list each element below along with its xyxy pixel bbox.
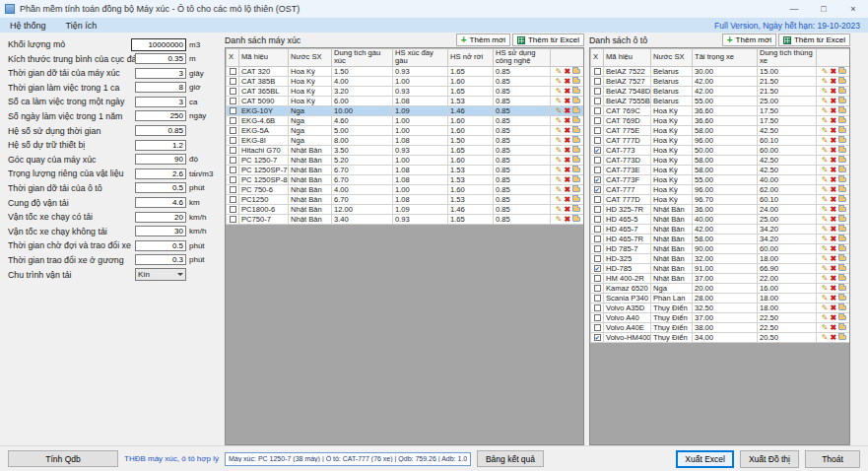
folder-icon[interactable]: [572, 177, 580, 182]
edit-icon[interactable]: ✎: [556, 116, 563, 125]
edit-icon[interactable]: ✎: [822, 284, 829, 293]
minimize-button[interactable]: —: [779, 0, 809, 18]
excavator-row[interactable]: CAT 5090Hoa Kỳ6.001.081.530.85✎ ✖: [227, 96, 585, 105]
edit-icon[interactable]: ✎: [556, 205, 563, 214]
folder-icon[interactable]: [838, 148, 846, 153]
delete-icon[interactable]: ✖: [565, 175, 571, 184]
edit-icon[interactable]: ✎: [822, 87, 829, 96]
row-checkbox[interactable]: [594, 216, 601, 223]
folder-icon[interactable]: [838, 177, 846, 182]
excavator-row[interactable]: EKG-5ANga5.001.001.600.85✎ ✖: [227, 125, 585, 135]
delete-icon[interactable]: ✖: [831, 175, 837, 184]
parameter-input[interactable]: [135, 154, 186, 165]
menu-tien-ich[interactable]: Tiện ích: [56, 18, 107, 33]
truck-row[interactable]: ✔Volvo-HM400Thụy Điển34.0020.50✎ ✖: [591, 332, 851, 342]
row-checkbox[interactable]: [230, 216, 236, 223]
excavator-row[interactable]: Hitachi G70Nhật Bản3.500.931.650.85✎ ✖: [227, 145, 585, 155]
edit-icon[interactable]: ✎: [822, 264, 829, 273]
delete-icon[interactable]: ✖: [565, 185, 571, 194]
delete-icon[interactable]: ✖: [831, 116, 837, 125]
excavator-add-button[interactable]: + Thêm mới: [456, 34, 510, 46]
folder-icon[interactable]: [838, 79, 846, 84]
parameter-input[interactable]: [135, 110, 186, 121]
parameter-input[interactable]: [135, 140, 186, 151]
row-checkbox[interactable]: [230, 78, 236, 85]
edit-icon[interactable]: ✎: [822, 67, 829, 76]
edit-icon[interactable]: ✎: [556, 166, 563, 174]
export-excel-button[interactable]: Xuất Excel: [676, 450, 734, 468]
folder-icon[interactable]: [838, 118, 846, 123]
excavator-add-excel-button[interactable]: Thêm từ Excel: [512, 34, 584, 46]
delete-icon[interactable]: ✖: [831, 294, 837, 303]
excavator-row[interactable]: PC 1250SP-8RNhật Bản6.701.081.530.85✎ ✖: [227, 174, 585, 184]
truck-row[interactable]: CAT-773EHoa Kỳ58.0042.50✎ ✖: [591, 165, 851, 174]
folder-icon[interactable]: [838, 69, 846, 74]
row-checkbox[interactable]: [594, 236, 601, 242]
folder-icon[interactable]: [838, 187, 846, 192]
maximize-button[interactable]: □: [809, 0, 838, 18]
excavator-row[interactable]: CAT 385BHoa Kỳ4.001.001.600.85✎ ✖: [227, 76, 585, 86]
row-checkbox[interactable]: [594, 275, 601, 282]
folder-icon[interactable]: [838, 315, 846, 320]
menu-he-thong[interactable]: Hệ thống: [0, 18, 56, 33]
delete-icon[interactable]: ✖: [831, 323, 837, 332]
parameter-input[interactable]: [131, 38, 186, 51]
excavator-row[interactable]: CAT 320Hoa Kỳ1.500.931.650.85✎ ✖: [227, 66, 585, 76]
row-checkbox[interactable]: [594, 137, 601, 144]
parameter-input[interactable]: [135, 254, 186, 265]
delete-icon[interactable]: ✖: [565, 77, 571, 86]
row-checkbox[interactable]: [594, 157, 601, 164]
row-checkbox[interactable]: [230, 107, 236, 114]
delete-icon[interactable]: ✖: [831, 87, 837, 96]
delete-icon[interactable]: ✖: [565, 215, 571, 224]
delete-icon[interactable]: ✖: [831, 215, 837, 224]
truck-row[interactable]: HD 785-7Nhật Bản90.0060.00✎ ✖: [591, 243, 851, 253]
edit-icon[interactable]: ✎: [556, 67, 563, 76]
row-checkbox[interactable]: [594, 98, 601, 104]
row-checkbox[interactable]: ✔: [594, 186, 601, 193]
edit-icon[interactable]: ✎: [822, 294, 829, 303]
results-table-button[interactable]: Bảng kết quả: [477, 450, 544, 467]
parameter-input[interactable]: [135, 197, 186, 208]
edit-icon[interactable]: ✎: [556, 87, 563, 96]
delete-icon[interactable]: ✖: [565, 116, 571, 125]
truck-row[interactable]: CAT-773DHoa Kỳ58.0042.50✎ ✖: [591, 155, 851, 165]
row-checkbox[interactable]: [594, 117, 601, 124]
truck-row[interactable]: HD 465-7RNhật Bản58.0034.20✎ ✖: [591, 234, 851, 243]
excavator-row[interactable]: EKG-8INga8.001.081.500.85✎ ✖: [227, 135, 585, 145]
row-checkbox[interactable]: [230, 186, 236, 193]
truck-row[interactable]: Volvo A40EThụy Điển38.0022.50✎ ✖: [591, 322, 851, 332]
truck-row[interactable]: Scania P340Phần Lan28.0018.00✎ ✖: [591, 293, 851, 303]
row-checkbox[interactable]: [594, 206, 601, 213]
row-checkbox[interactable]: [594, 285, 601, 292]
edit-icon[interactable]: ✎: [556, 136, 563, 145]
row-checkbox[interactable]: [594, 245, 601, 252]
folder-icon[interactable]: [838, 108, 846, 113]
folder-icon[interactable]: [572, 99, 580, 103]
delete-icon[interactable]: ✖: [565, 166, 571, 174]
parameter-input[interactable]: [135, 168, 186, 179]
parameter-input[interactable]: [135, 97, 186, 107]
delete-icon[interactable]: ✖: [831, 303, 837, 312]
folder-icon[interactable]: [838, 99, 846, 103]
edit-icon[interactable]: ✎: [556, 156, 563, 165]
truck-row[interactable]: ✔CAT-773FHoa Kỳ55.0040.00✎ ✖: [591, 174, 851, 184]
delete-icon[interactable]: ✖: [565, 126, 571, 135]
delete-icon[interactable]: ✖: [831, 106, 837, 115]
row-checkbox[interactable]: [230, 137, 236, 144]
delete-icon[interactable]: ✖: [831, 166, 837, 174]
folder-icon[interactable]: [838, 325, 846, 330]
delete-icon[interactable]: ✖: [831, 274, 837, 283]
row-checkbox[interactable]: [594, 107, 601, 114]
excavator-row[interactable]: CAT 365BLHoa Kỳ3.200.931.650.85✎ ✖: [227, 86, 585, 96]
row-checkbox[interactable]: [594, 88, 601, 95]
delete-icon[interactable]: ✖: [831, 146, 837, 155]
row-checkbox[interactable]: ✔: [594, 147, 601, 154]
delete-icon[interactable]: ✖: [565, 146, 571, 155]
edit-icon[interactable]: ✎: [556, 146, 563, 155]
truck-row[interactable]: Volvo A40Thụy Điển37.0022.50✎ ✖: [591, 312, 851, 322]
folder-icon[interactable]: [838, 89, 846, 94]
edit-icon[interactable]: ✎: [822, 136, 829, 145]
row-checkbox[interactable]: ✔: [594, 265, 601, 272]
delete-icon[interactable]: ✖: [565, 136, 571, 145]
